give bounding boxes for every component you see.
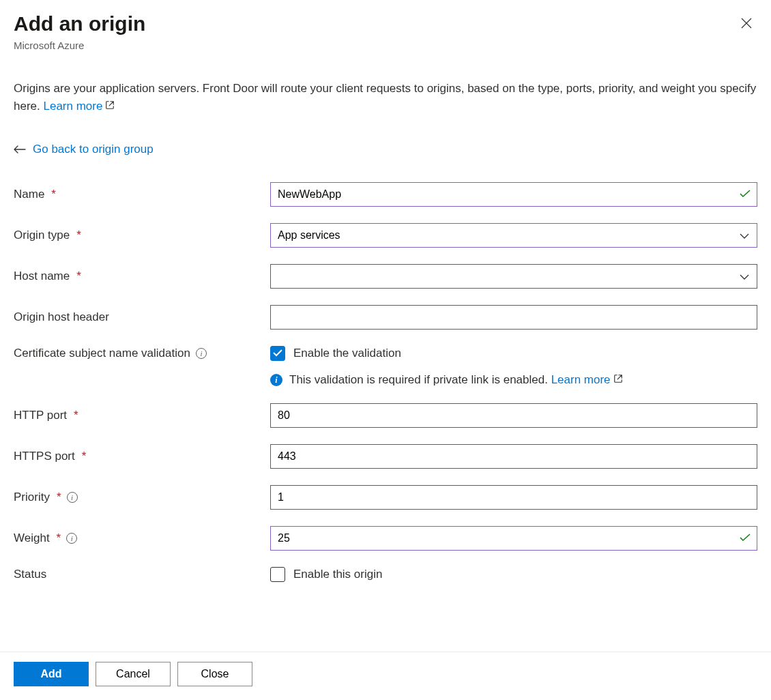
https-port-label: HTTPS port (14, 450, 75, 463)
http-port-label: HTTP port (14, 409, 67, 422)
required-indicator: * (51, 188, 56, 201)
back-arrow-icon (14, 143, 26, 157)
external-link-icon (105, 98, 115, 115)
weight-label: Weight (14, 531, 50, 545)
validation-note-text: This validation is required if private l… (289, 373, 551, 386)
validation-note: i This validation is required if private… (270, 373, 757, 388)
info-badge-icon: i (270, 374, 282, 386)
external-link-icon (613, 373, 623, 387)
https-port-input[interactable] (270, 444, 757, 469)
required-indicator: * (76, 269, 81, 283)
required-indicator: * (76, 229, 81, 242)
name-input[interactable] (270, 182, 757, 207)
origin-host-header-label: Origin host header (14, 310, 109, 324)
description-body: Origins are your application servers. Fr… (14, 82, 756, 113)
info-icon[interactable]: i (67, 492, 78, 503)
page-title: Add an origin (14, 12, 145, 35)
cert-validation-label: Certificate subject name validation (14, 347, 190, 360)
back-link[interactable]: Go back to origin group (33, 143, 154, 156)
host-name-label: Host name (14, 269, 70, 283)
checkmark-icon (740, 532, 751, 544)
enable-origin-label: Enable this origin (293, 568, 382, 581)
required-indicator: * (74, 409, 78, 422)
close-icon[interactable] (736, 12, 757, 38)
required-indicator: * (82, 450, 87, 463)
cancel-button[interactable]: Cancel (96, 662, 171, 686)
enable-validation-label: Enable the validation (293, 347, 401, 360)
name-label: Name (14, 188, 44, 201)
host-name-select[interactable] (270, 264, 757, 289)
info-icon[interactable]: i (196, 348, 207, 359)
close-button[interactable]: Close (177, 662, 252, 686)
validation-learn-more-link[interactable]: Learn more (551, 373, 623, 386)
required-indicator: * (57, 491, 61, 504)
required-indicator: * (57, 531, 61, 545)
priority-label: Priority (14, 491, 50, 504)
learn-more-link[interactable]: Learn more (43, 100, 115, 113)
enable-validation-checkbox[interactable] (270, 346, 285, 361)
info-icon[interactable]: i (66, 533, 77, 544)
status-label: Status (14, 568, 46, 581)
weight-input[interactable] (270, 526, 757, 551)
http-port-input[interactable] (270, 403, 757, 428)
enable-origin-checkbox[interactable] (270, 567, 285, 582)
description-text: Origins are your application servers. Fr… (14, 80, 757, 115)
checkmark-icon (740, 188, 751, 201)
origin-host-header-input[interactable] (270, 305, 757, 330)
origin-type-select[interactable] (270, 223, 757, 248)
add-button[interactable]: Add (14, 662, 89, 686)
priority-input[interactable] (270, 485, 757, 510)
page-subtitle: Microsoft Azure (14, 40, 145, 51)
origin-type-label: Origin type (14, 229, 70, 242)
